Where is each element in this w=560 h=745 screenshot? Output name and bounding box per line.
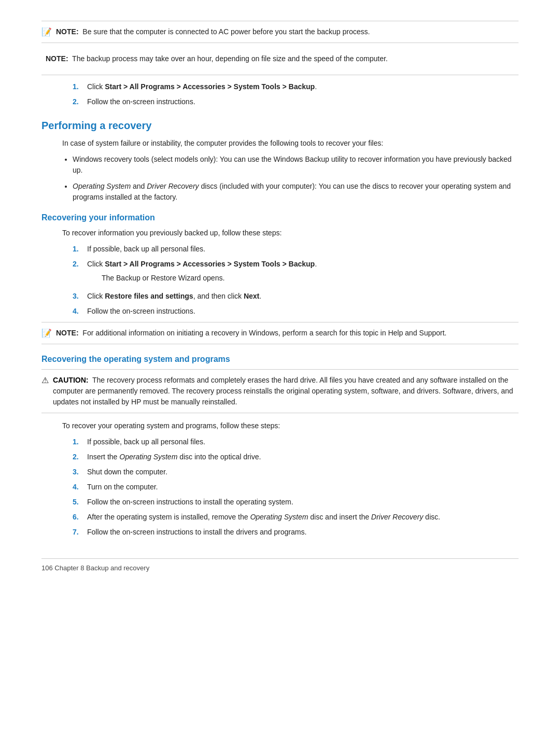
note-1-text: NOTE: Be sure that the computer is conne…: [56, 26, 370, 37]
bullet-2: Operating System and Driver Recovery dis…: [73, 181, 519, 203]
recovering-os-heading: Recovering the operating system and prog…: [41, 355, 519, 364]
bullet-2-text: Operating System and Driver Recovery dis…: [73, 182, 511, 201]
os-step-4: 4. Turn on the computer.: [73, 482, 519, 493]
caution-icon: ⚠: [41, 375, 49, 385]
os-step-1: 1. If possible, back up all personal fil…: [73, 437, 519, 447]
note-2-text: NOTE: The backup process may take over a…: [46, 54, 388, 63]
performing-recovery-heading: Performing a recovery: [41, 120, 519, 132]
note-box-1: 📝 NOTE: Be sure that the computer is con…: [41, 21, 519, 43]
note-icon-recovery: 📝: [41, 328, 52, 338]
note-icon-1: 📝: [41, 27, 52, 37]
os-step-2-text: Insert the Operating System disc into th…: [87, 452, 261, 462]
os-step-6: 6. After the operating system is install…: [73, 512, 519, 523]
page-footer: 106 Chapter 8 Backup and recovery: [41, 558, 519, 572]
caution-text: CAUTION: The recovery process reformats …: [53, 375, 519, 407]
note-recovery-text: NOTE: For additional information on init…: [56, 328, 446, 339]
caution-box: ⚠ CAUTION: The recovery process reformat…: [41, 369, 519, 413]
pre-step-2: 2. Follow the on-screen instructions.: [73, 96, 519, 107]
rec-step-4: 4. Follow the on-screen instructions.: [73, 306, 519, 317]
pre-step-1: 1. Click Start > All Programs > Accessor…: [73, 81, 519, 92]
recovering-info-intro: To recover information you previously ba…: [62, 228, 519, 238]
recovering-info-heading: Recovering your information: [41, 213, 519, 222]
rec-step-2: 2. Click Start > All Programs > Accessor…: [73, 259, 519, 287]
rec-step-2-sub: The Backup or Restore Wizard opens.: [102, 273, 317, 284]
rec-step-1: 1. If possible, back up all personal fil…: [73, 244, 519, 255]
bullet-1-text: Windows recovery tools (select models on…: [73, 155, 512, 174]
os-step-6-text: After the operating system is installed,…: [87, 512, 440, 523]
note-box-recovery: 📝 NOTE: For additional information on in…: [41, 322, 519, 344]
recovering-info-steps: 1. If possible, back up all personal fil…: [62, 244, 519, 317]
performing-recovery-bullets: Windows recovery tools (select models on…: [73, 154, 519, 203]
pre-step-1-text: Click Start > All Programs > Accessories…: [87, 81, 317, 92]
os-step-7: 7. Follow the on-screen instructions to …: [73, 527, 519, 538]
recovering-os-intro: To recover your operating system and pro…: [62, 420, 519, 431]
os-step-2: 2. Insert the Operating System disc into…: [73, 452, 519, 462]
rec-step-3-text: Click Restore files and settings, and th…: [87, 291, 261, 302]
recovering-os-steps: 1. If possible, back up all personal fil…: [62, 437, 519, 538]
rec-step-3: 3. Click Restore files and settings, and…: [73, 291, 519, 302]
os-step-3: 3. Shut down the computer.: [73, 467, 519, 477]
bullet-1: Windows recovery tools (select models on…: [73, 154, 519, 176]
performing-recovery-intro: In case of system failure or instability…: [62, 138, 519, 149]
pre-steps-list: 1. Click Start > All Programs > Accessor…: [62, 81, 519, 107]
os-step-5: 5. Follow the on-screen instructions to …: [73, 497, 519, 508]
rec-step-2-content: Click Start > All Programs > Accessories…: [87, 259, 317, 287]
note-box-2: NOTE: The backup process may take over a…: [41, 48, 519, 69]
